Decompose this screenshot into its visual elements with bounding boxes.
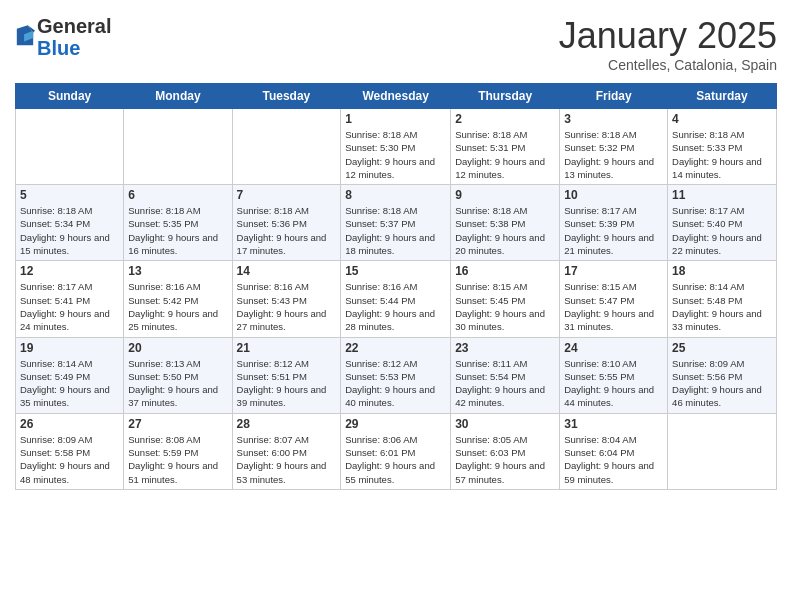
logo-text: General Blue: [37, 15, 111, 59]
cell-content: Sunrise: 8:12 AM Sunset: 5:53 PM Dayligh…: [345, 357, 446, 410]
cell-content: Sunrise: 8:15 AM Sunset: 5:47 PM Dayligh…: [564, 280, 663, 333]
calendar-cell: 2Sunrise: 8:18 AM Sunset: 5:31 PM Daylig…: [451, 109, 560, 185]
cell-content: Sunrise: 8:14 AM Sunset: 5:48 PM Dayligh…: [672, 280, 772, 333]
cell-content: Sunrise: 8:14 AM Sunset: 5:49 PM Dayligh…: [20, 357, 119, 410]
logo-icon: [15, 25, 35, 49]
day-number: 31: [564, 417, 663, 431]
cell-content: Sunrise: 8:10 AM Sunset: 5:55 PM Dayligh…: [564, 357, 663, 410]
calendar-cell: 18Sunrise: 8:14 AM Sunset: 5:48 PM Dayli…: [668, 261, 777, 337]
calendar-cell: 25Sunrise: 8:09 AM Sunset: 5:56 PM Dayli…: [668, 337, 777, 413]
logo: General Blue: [15, 15, 111, 59]
calendar-cell: 9Sunrise: 8:18 AM Sunset: 5:38 PM Daylig…: [451, 185, 560, 261]
day-number: 19: [20, 341, 119, 355]
col-friday: Friday: [560, 84, 668, 109]
cell-content: Sunrise: 8:18 AM Sunset: 5:33 PM Dayligh…: [672, 128, 772, 181]
calendar-week-4: 19Sunrise: 8:14 AM Sunset: 5:49 PM Dayli…: [16, 337, 777, 413]
day-number: 22: [345, 341, 446, 355]
cell-content: Sunrise: 8:07 AM Sunset: 6:00 PM Dayligh…: [237, 433, 337, 486]
calendar-cell: [232, 109, 341, 185]
header-row: Sunday Monday Tuesday Wednesday Thursday…: [16, 84, 777, 109]
calendar-cell: 7Sunrise: 8:18 AM Sunset: 5:36 PM Daylig…: [232, 185, 341, 261]
calendar-cell: 21Sunrise: 8:12 AM Sunset: 5:51 PM Dayli…: [232, 337, 341, 413]
cell-content: Sunrise: 8:16 AM Sunset: 5:42 PM Dayligh…: [128, 280, 227, 333]
calendar-cell: 8Sunrise: 8:18 AM Sunset: 5:37 PM Daylig…: [341, 185, 451, 261]
day-number: 8: [345, 188, 446, 202]
calendar-cell: 28Sunrise: 8:07 AM Sunset: 6:00 PM Dayli…: [232, 413, 341, 489]
calendar-header: Sunday Monday Tuesday Wednesday Thursday…: [16, 84, 777, 109]
day-number: 16: [455, 264, 555, 278]
calendar-cell: 29Sunrise: 8:06 AM Sunset: 6:01 PM Dayli…: [341, 413, 451, 489]
cell-content: Sunrise: 8:08 AM Sunset: 5:59 PM Dayligh…: [128, 433, 227, 486]
cell-content: Sunrise: 8:17 AM Sunset: 5:39 PM Dayligh…: [564, 204, 663, 257]
day-number: 30: [455, 417, 555, 431]
col-monday: Monday: [124, 84, 232, 109]
day-number: 24: [564, 341, 663, 355]
day-number: 29: [345, 417, 446, 431]
calendar-cell: 26Sunrise: 8:09 AM Sunset: 5:58 PM Dayli…: [16, 413, 124, 489]
cell-content: Sunrise: 8:18 AM Sunset: 5:37 PM Dayligh…: [345, 204, 446, 257]
day-number: 13: [128, 264, 227, 278]
calendar-cell: 12Sunrise: 8:17 AM Sunset: 5:41 PM Dayli…: [16, 261, 124, 337]
col-saturday: Saturday: [668, 84, 777, 109]
calendar-week-3: 12Sunrise: 8:17 AM Sunset: 5:41 PM Dayli…: [16, 261, 777, 337]
cell-content: Sunrise: 8:16 AM Sunset: 5:44 PM Dayligh…: [345, 280, 446, 333]
calendar-cell: 17Sunrise: 8:15 AM Sunset: 5:47 PM Dayli…: [560, 261, 668, 337]
cell-content: Sunrise: 8:18 AM Sunset: 5:34 PM Dayligh…: [20, 204, 119, 257]
day-number: 21: [237, 341, 337, 355]
cell-content: Sunrise: 8:18 AM Sunset: 5:30 PM Dayligh…: [345, 128, 446, 181]
cell-content: Sunrise: 8:16 AM Sunset: 5:43 PM Dayligh…: [237, 280, 337, 333]
day-number: 11: [672, 188, 772, 202]
calendar-cell: 4Sunrise: 8:18 AM Sunset: 5:33 PM Daylig…: [668, 109, 777, 185]
calendar-cell: 23Sunrise: 8:11 AM Sunset: 5:54 PM Dayli…: [451, 337, 560, 413]
calendar-cell: 14Sunrise: 8:16 AM Sunset: 5:43 PM Dayli…: [232, 261, 341, 337]
day-number: 9: [455, 188, 555, 202]
month-title: January 2025: [559, 15, 777, 57]
day-number: 28: [237, 417, 337, 431]
calendar-cell: 5Sunrise: 8:18 AM Sunset: 5:34 PM Daylig…: [16, 185, 124, 261]
calendar-cell: 19Sunrise: 8:14 AM Sunset: 5:49 PM Dayli…: [16, 337, 124, 413]
col-thursday: Thursday: [451, 84, 560, 109]
logo-blue: Blue: [37, 37, 80, 59]
calendar-body: 1Sunrise: 8:18 AM Sunset: 5:30 PM Daylig…: [16, 109, 777, 490]
day-number: 18: [672, 264, 772, 278]
calendar-cell: 13Sunrise: 8:16 AM Sunset: 5:42 PM Dayli…: [124, 261, 232, 337]
calendar-cell: 1Sunrise: 8:18 AM Sunset: 5:30 PM Daylig…: [341, 109, 451, 185]
day-number: 7: [237, 188, 337, 202]
calendar-cell: [124, 109, 232, 185]
day-number: 2: [455, 112, 555, 126]
day-number: 17: [564, 264, 663, 278]
day-number: 10: [564, 188, 663, 202]
location: Centelles, Catalonia, Spain: [559, 57, 777, 73]
cell-content: Sunrise: 8:13 AM Sunset: 5:50 PM Dayligh…: [128, 357, 227, 410]
page: General Blue January 2025 Centelles, Cat…: [0, 0, 792, 505]
col-tuesday: Tuesday: [232, 84, 341, 109]
calendar-cell: [16, 109, 124, 185]
calendar-cell: 16Sunrise: 8:15 AM Sunset: 5:45 PM Dayli…: [451, 261, 560, 337]
calendar-table: Sunday Monday Tuesday Wednesday Thursday…: [15, 83, 777, 490]
calendar-cell: [668, 413, 777, 489]
calendar-cell: 31Sunrise: 8:04 AM Sunset: 6:04 PM Dayli…: [560, 413, 668, 489]
day-number: 20: [128, 341, 227, 355]
day-number: 27: [128, 417, 227, 431]
logo-general: General: [37, 15, 111, 37]
col-sunday: Sunday: [16, 84, 124, 109]
calendar-cell: 10Sunrise: 8:17 AM Sunset: 5:39 PM Dayli…: [560, 185, 668, 261]
cell-content: Sunrise: 8:17 AM Sunset: 5:41 PM Dayligh…: [20, 280, 119, 333]
calendar-cell: 11Sunrise: 8:17 AM Sunset: 5:40 PM Dayli…: [668, 185, 777, 261]
calendar-cell: 24Sunrise: 8:10 AM Sunset: 5:55 PM Dayli…: [560, 337, 668, 413]
cell-content: Sunrise: 8:18 AM Sunset: 5:35 PM Dayligh…: [128, 204, 227, 257]
day-number: 6: [128, 188, 227, 202]
day-number: 25: [672, 341, 772, 355]
cell-content: Sunrise: 8:18 AM Sunset: 5:32 PM Dayligh…: [564, 128, 663, 181]
calendar-cell: 6Sunrise: 8:18 AM Sunset: 5:35 PM Daylig…: [124, 185, 232, 261]
cell-content: Sunrise: 8:04 AM Sunset: 6:04 PM Dayligh…: [564, 433, 663, 486]
calendar-week-2: 5Sunrise: 8:18 AM Sunset: 5:34 PM Daylig…: [16, 185, 777, 261]
day-number: 26: [20, 417, 119, 431]
calendar-cell: 3Sunrise: 8:18 AM Sunset: 5:32 PM Daylig…: [560, 109, 668, 185]
calendar-cell: 22Sunrise: 8:12 AM Sunset: 5:53 PM Dayli…: [341, 337, 451, 413]
cell-content: Sunrise: 8:11 AM Sunset: 5:54 PM Dayligh…: [455, 357, 555, 410]
calendar-cell: 27Sunrise: 8:08 AM Sunset: 5:59 PM Dayli…: [124, 413, 232, 489]
calendar-cell: 20Sunrise: 8:13 AM Sunset: 5:50 PM Dayli…: [124, 337, 232, 413]
cell-content: Sunrise: 8:17 AM Sunset: 5:40 PM Dayligh…: [672, 204, 772, 257]
cell-content: Sunrise: 8:15 AM Sunset: 5:45 PM Dayligh…: [455, 280, 555, 333]
